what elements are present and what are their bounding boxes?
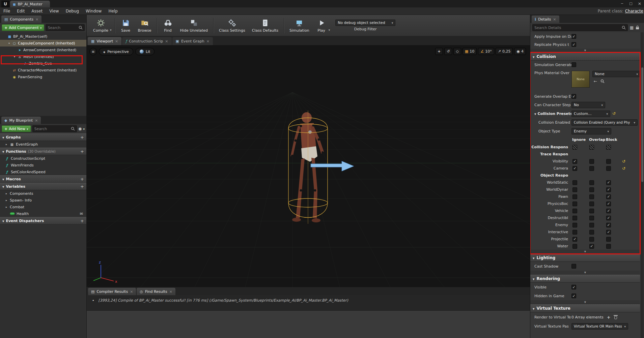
event-dispatchers-section-header[interactable]: Event Dispatchers xyxy=(0,217,86,224)
property-checkbox[interactable] xyxy=(571,264,576,269)
virtual-texture-section-header[interactable]: Virtual Texture xyxy=(530,304,640,312)
function-item[interactable]: WarnFriends xyxy=(0,162,86,168)
property-checkbox[interactable] xyxy=(571,34,576,39)
ignore-checkbox[interactable] xyxy=(572,230,577,235)
ignore-checkbox[interactable] xyxy=(572,237,577,242)
ignore-checkbox[interactable] xyxy=(572,166,577,171)
browse-button[interactable]: Browse xyxy=(135,16,155,35)
document-tab[interactable]: Event Graph xyxy=(172,37,213,45)
add-new-button[interactable]: Add New xyxy=(2,125,31,132)
maximize-button[interactable] xyxy=(626,1,635,7)
lighting-section-header[interactable]: Lighting xyxy=(530,254,640,262)
simulation-generates-checkbox[interactable] xyxy=(571,62,576,67)
add-graph-button[interactable] xyxy=(80,135,84,140)
component-tree-item[interactable]: CharacterMovement (Inherited) xyxy=(0,67,86,73)
section-collapse-arrow[interactable] xyxy=(530,250,640,254)
graphs-section-header[interactable]: Graphs xyxy=(0,133,86,141)
block-checkbox[interactable] xyxy=(606,216,611,220)
overlap-checkbox[interactable] xyxy=(589,209,594,213)
ignore-checkbox[interactable] xyxy=(572,223,577,227)
components-search[interactable] xyxy=(46,24,85,31)
viewport-options-button[interactable] xyxy=(89,48,97,55)
block-checkbox[interactable] xyxy=(606,223,611,227)
collision-section-header[interactable]: Collision xyxy=(530,53,640,61)
close-icon[interactable] xyxy=(115,39,118,43)
window-tab[interactable]: BP_Ai_Master xyxy=(10,1,50,7)
overlap-checkbox[interactable] xyxy=(589,237,594,242)
log-line[interactable]: • [3993,24] Compile of BP_Ai_Master succ… xyxy=(92,298,525,303)
expand-arrow-icon[interactable] xyxy=(534,112,536,116)
virtual-texture-pass-dropdown[interactable]: Virtual Texture OR Main Pass xyxy=(571,323,628,330)
viewport-3d[interactable]: z x Perspective Lit 10 xyxy=(87,45,530,287)
lock-icon[interactable] xyxy=(636,26,639,30)
grid-snap-button[interactable]: 10 xyxy=(463,48,477,55)
function-item[interactable]: ConstructionScript xyxy=(0,155,86,162)
rotation-snap-button[interactable]: 10° xyxy=(478,48,494,55)
component-tree-item[interactable]: ArrowComponent (Inherited) xyxy=(0,47,86,53)
overlap-checkbox[interactable] xyxy=(589,216,594,220)
close-icon[interactable] xyxy=(130,289,133,294)
collision-enabled-dropdown[interactable]: Collision Enabled (Query and Phy xyxy=(571,119,638,126)
block-checkbox[interactable] xyxy=(606,187,611,192)
component-tree-item[interactable]: BP_Ai_Master(self) xyxy=(0,33,86,40)
ignore-checkbox[interactable] xyxy=(572,159,577,164)
property-checkbox[interactable] xyxy=(571,285,576,289)
save-button[interactable]: Save xyxy=(117,16,134,35)
perspective-button[interactable]: Perspective xyxy=(99,48,133,55)
ignore-checkbox[interactable] xyxy=(572,194,577,199)
lit-mode-button[interactable]: Lit xyxy=(135,48,155,55)
menu-item[interactable]: Asset xyxy=(28,9,46,13)
minimize-button[interactable] xyxy=(618,1,626,7)
add-macro-button[interactable] xyxy=(80,177,84,182)
ignore-checkbox[interactable] xyxy=(572,202,577,206)
menu-item[interactable]: File xyxy=(0,9,13,13)
components-search-input[interactable] xyxy=(48,26,77,30)
reset-to-default-icon[interactable] xyxy=(622,166,627,171)
expander-caret[interactable]: ▸ xyxy=(5,199,8,202)
document-tab[interactable]: Construction Scrip xyxy=(122,37,171,45)
expander-caret[interactable]: ▾ xyxy=(7,42,11,45)
expander-caret[interactable]: ▾ xyxy=(13,55,16,58)
ignore-checkbox[interactable] xyxy=(572,180,577,185)
close-button[interactable] xyxy=(635,1,644,7)
ignore-checkbox[interactable] xyxy=(572,209,577,213)
menu-item[interactable]: Window xyxy=(82,9,105,13)
hide-unrelated-button[interactable]: Hide Unrelated xyxy=(177,16,211,35)
close-icon[interactable] xyxy=(206,39,209,43)
viewport-scene[interactable]: z x xyxy=(87,45,530,287)
details-search[interactable] xyxy=(532,24,628,31)
section-collapse-arrow[interactable] xyxy=(530,271,640,275)
block-checkbox[interactable] xyxy=(606,244,611,249)
overlap-checkbox[interactable] xyxy=(589,159,594,164)
variable-item[interactable]: ▸ Spawn- Info xyxy=(0,197,86,204)
ignore-checkbox[interactable] xyxy=(572,244,577,249)
envelope-icon[interactable] xyxy=(80,212,83,216)
class-defaults-button[interactable]: Class Defaults xyxy=(249,16,281,35)
block-checkbox[interactable] xyxy=(606,230,611,235)
expander-caret[interactable]: ▸ xyxy=(5,192,8,195)
scale-snap-button[interactable]: 0,25 xyxy=(496,48,513,55)
menu-item[interactable]: Edit xyxy=(13,9,28,13)
tab-details[interactable]: Details xyxy=(532,16,559,23)
simulation-button[interactable]: Simulation xyxy=(286,16,312,35)
close-icon[interactable] xyxy=(165,39,168,43)
block-checkbox[interactable] xyxy=(606,209,611,213)
variables-section-header[interactable]: Variables xyxy=(0,183,86,190)
expander-caret[interactable]: ▸ xyxy=(5,206,8,209)
overlap-checkbox[interactable] xyxy=(589,187,594,192)
overlap-checkbox[interactable] xyxy=(589,244,594,249)
scrollbar-thumb[interactable] xyxy=(641,67,643,182)
reset-to-default-icon[interactable] xyxy=(612,111,616,116)
ignore-checkbox[interactable] xyxy=(572,145,577,150)
results-tab[interactable]: Compiler Results xyxy=(88,288,136,295)
browse-asset-icon[interactable] xyxy=(600,79,605,83)
variable-item[interactable]: ▸ Combat xyxy=(0,204,86,210)
component-tree-item[interactable]: PawnSensing xyxy=(0,73,86,80)
menu-item[interactable]: View xyxy=(46,9,62,13)
block-checkbox[interactable] xyxy=(606,180,611,185)
reset-to-default-icon[interactable] xyxy=(622,159,627,164)
property-checkbox[interactable] xyxy=(571,294,576,298)
delete-array-elements-button[interactable] xyxy=(614,315,617,319)
use-selected-asset-icon[interactable] xyxy=(594,79,597,84)
overlap-checkbox[interactable] xyxy=(589,230,594,235)
